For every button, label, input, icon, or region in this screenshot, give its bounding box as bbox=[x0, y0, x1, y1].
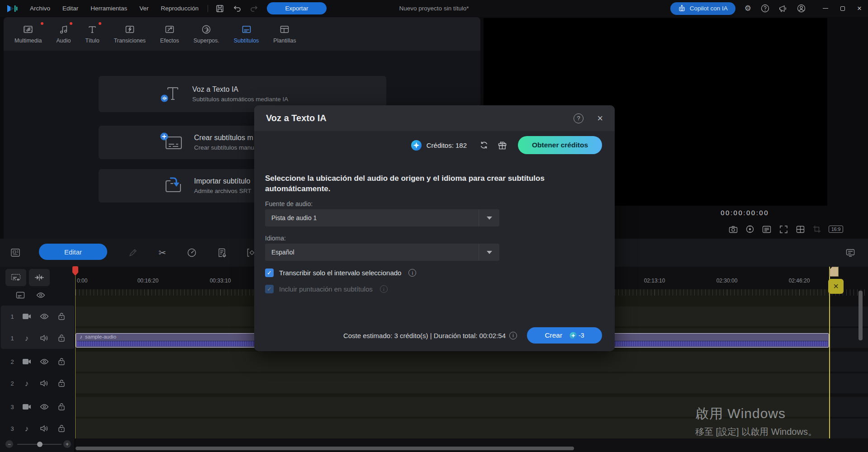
settings-gear-icon[interactable]: ⚙ bbox=[745, 5, 751, 12]
subtitle-track-header[interactable] bbox=[0, 288, 75, 302]
lock-icon[interactable] bbox=[58, 403, 65, 411]
info-icon[interactable]: i bbox=[380, 285, 388, 293]
zoom-out-button[interactable]: − bbox=[5, 440, 13, 448]
undo-icon[interactable] bbox=[232, 4, 242, 13]
maximize-button[interactable] bbox=[840, 6, 845, 11]
lock-icon[interactable] bbox=[58, 424, 65, 433]
divider bbox=[208, 5, 208, 12]
panel-layout-icon[interactable] bbox=[10, 247, 21, 258]
redo-icon[interactable] bbox=[250, 4, 259, 13]
speed-icon[interactable] bbox=[186, 247, 197, 258]
vertical-scrollbar[interactable] bbox=[859, 291, 863, 340]
dialog-help-icon[interactable]: ? bbox=[574, 113, 583, 123]
chevron-down-icon[interactable] bbox=[479, 209, 499, 226]
credit-coin-icon bbox=[411, 140, 422, 151]
audio-track-header[interactable]: 3 ♪ bbox=[0, 419, 75, 438]
watermark-line1: 啟用 Windows bbox=[695, 405, 817, 423]
lock-icon[interactable] bbox=[58, 358, 65, 366]
tab-plantillas[interactable]: Plantillas bbox=[267, 24, 302, 44]
eye-visibility-icon[interactable] bbox=[40, 313, 49, 320]
lock-icon[interactable] bbox=[58, 334, 65, 342]
tab-audio[interactable]: Audio bbox=[50, 24, 77, 44]
audio-source-select[interactable]: Pista de audio 1 bbox=[265, 209, 499, 226]
export-button[interactable]: Exportar bbox=[267, 2, 327, 14]
dialog-title: Voz a Texto IA bbox=[266, 113, 327, 123]
info-icon[interactable]: i bbox=[408, 269, 416, 277]
auto-ripple-button[interactable] bbox=[29, 269, 50, 286]
menu-reproduccion[interactable]: Reproducción bbox=[161, 5, 199, 12]
marker-flag[interactable] bbox=[830, 267, 839, 277]
audio-track-header[interactable]: 2 ♪ bbox=[0, 373, 75, 393]
lock-icon[interactable] bbox=[58, 312, 65, 320]
timeline-zoom-control: − + bbox=[0, 438, 75, 452]
render-settings-icon[interactable] bbox=[845, 247, 856, 258]
edit-mode-button[interactable]: Editar bbox=[39, 244, 107, 260]
menu-editar[interactable]: Editar bbox=[62, 5, 78, 12]
audio-track-header[interactable]: 1 ♪ bbox=[0, 328, 75, 348]
fullscreen-icon[interactable] bbox=[778, 224, 788, 234]
help-icon[interactable] bbox=[760, 4, 769, 13]
add-subtitle-track-button[interactable] bbox=[5, 269, 26, 286]
interval-checkbox[interactable]: ✓ bbox=[265, 268, 274, 277]
dialog-instruction: Seleccione la ubicación del audio de ori… bbox=[265, 173, 573, 194]
music-note-icon: ♪ bbox=[80, 334, 82, 339]
minimize-button[interactable] bbox=[823, 8, 828, 9]
account-icon[interactable] bbox=[797, 4, 806, 13]
snapshot-camera-icon[interactable] bbox=[728, 224, 738, 234]
video-camera-icon bbox=[22, 404, 32, 410]
save-icon[interactable] bbox=[215, 4, 224, 13]
refresh-icon[interactable] bbox=[479, 141, 489, 150]
video-track-header[interactable]: 2 bbox=[0, 352, 75, 372]
tab-transiciones[interactable]: Transiciones bbox=[108, 24, 152, 44]
close-window-button[interactable]: × bbox=[857, 5, 862, 12]
video-track-header[interactable]: 1 bbox=[0, 306, 75, 326]
crop-icon[interactable] bbox=[812, 224, 822, 234]
selection-out-marker[interactable]: × bbox=[828, 279, 844, 294]
chevron-down-icon[interactable] bbox=[479, 244, 499, 261]
robot-icon bbox=[678, 5, 686, 12]
eye-visibility-icon[interactable] bbox=[40, 358, 49, 365]
split-screen-icon[interactable] bbox=[795, 224, 805, 234]
subtitle-track-icon bbox=[15, 292, 25, 299]
eye-visibility-icon[interactable] bbox=[36, 292, 45, 298]
windows-activation-watermark: 啟用 Windows 移至 [設定] 以啟用 Windows。 bbox=[695, 405, 817, 438]
marker-pen-icon[interactable] bbox=[128, 247, 138, 258]
video-camera-icon bbox=[22, 358, 32, 365]
aspect-ratio-button[interactable]: 16:9 bbox=[829, 226, 843, 233]
text-to-speech-icon[interactable] bbox=[217, 247, 228, 258]
scissors-split-icon[interactable]: ✂ bbox=[157, 247, 168, 258]
tab-multimedia[interactable]: Multimedia bbox=[8, 24, 48, 44]
mark-list-icon[interactable] bbox=[762, 224, 772, 234]
video-track-header[interactable]: 3 bbox=[0, 397, 75, 417]
horizontal-scrollbar[interactable] bbox=[76, 447, 574, 450]
tab-efectos[interactable]: Efectos bbox=[154, 24, 185, 44]
tab-subtitulos[interactable]: Subtítulos bbox=[228, 24, 266, 44]
menu-herramientas[interactable]: Herramientas bbox=[90, 5, 127, 12]
announcement-icon[interactable] bbox=[778, 4, 787, 13]
create-button[interactable]: Crear -3 bbox=[527, 327, 602, 344]
speaker-mute-icon[interactable] bbox=[40, 380, 49, 387]
dialog-close-icon[interactable]: × bbox=[597, 113, 603, 123]
speaker-mute-icon[interactable] bbox=[40, 334, 49, 342]
copilot-button[interactable]: Copilot con IA bbox=[670, 2, 735, 15]
ruler-timecode: 02:30:00 bbox=[716, 278, 738, 284]
menu-archivo[interactable]: Archivo bbox=[30, 5, 50, 12]
tab-superposiciones[interactable]: Superpos. bbox=[187, 24, 226, 44]
render-preview-icon[interactable] bbox=[745, 224, 755, 234]
language-select[interactable]: Español bbox=[265, 244, 499, 261]
lock-icon[interactable] bbox=[58, 379, 65, 387]
zoom-in-button[interactable]: + bbox=[63, 440, 71, 448]
notification-dot bbox=[70, 22, 72, 25]
gift-icon[interactable] bbox=[498, 141, 507, 150]
speaker-mute-icon[interactable] bbox=[40, 425, 49, 432]
get-credits-button[interactable]: Obtener créditos bbox=[518, 136, 602, 154]
asset-tabbar: Multimedia Audio Título Transiciones bbox=[4, 17, 480, 51]
tab-titulo[interactable]: Título bbox=[79, 24, 105, 44]
video-camera-icon bbox=[22, 313, 32, 320]
clip-name: sample-audio bbox=[85, 334, 116, 339]
punctuation-checkbox[interactable]: ✓ bbox=[265, 285, 274, 293]
zoom-slider-handle[interactable] bbox=[37, 442, 43, 447]
eye-visibility-icon[interactable] bbox=[40, 404, 49, 410]
info-icon[interactable]: i bbox=[509, 332, 517, 339]
menu-ver[interactable]: Ver bbox=[139, 5, 148, 12]
